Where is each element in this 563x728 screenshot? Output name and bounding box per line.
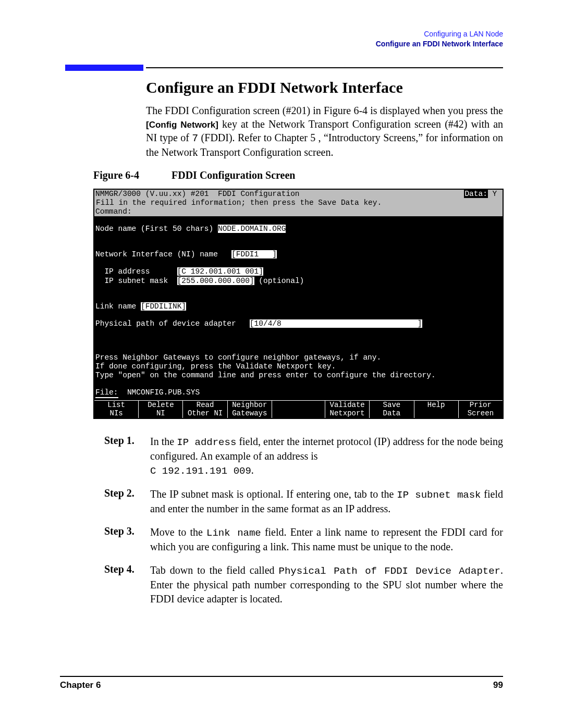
section-rule <box>146 67 503 68</box>
fkey-save-data[interactable]: SaveData <box>370 401 414 418</box>
step-body: Move to the Link name field. Enter a lin… <box>150 525 503 554</box>
step-item: Step 2.The IP subnet mask is optional. I… <box>104 487 503 516</box>
page-footer: Chapter 6 99 <box>60 676 503 690</box>
figure-caption: Figure 6-4FDDI Configuration Screen <box>93 169 503 181</box>
step-label: Step 3. <box>104 525 150 554</box>
hint-line-3: Type "open" on the command line and pres… <box>94 371 503 380</box>
fkey-gap <box>272 401 325 418</box>
command-line[interactable]: Command: <box>94 207 503 216</box>
ip-address-field[interactable]: IP address [C 192.001.001 001] <box>94 267 503 276</box>
fkey-list-nis[interactable]: ListNIs <box>94 401 139 418</box>
fkey-validate-netxport[interactable]: ValidateNetxport <box>325 401 370 418</box>
footer-page-number: 99 <box>493 680 503 690</box>
fkey-read-other-ni[interactable]: ReadOther NI <box>183 401 227 418</box>
function-key-row: ListNIs DeleteNI ReadOther NI NeighborGa… <box>94 400 503 418</box>
config-network-key: [Config Network] <box>146 120 218 130</box>
link-name-field[interactable]: Link name [FDDILINK] <box>94 302 503 311</box>
ni-name-field[interactable]: Network Interface (NI) name [FDDI1 ] <box>94 250 503 259</box>
fkey-prior-screen[interactable]: PriorScreen <box>459 401 503 418</box>
step-item: Step 4.Tab down to the field called Phys… <box>104 563 503 606</box>
intro-paragraph: The FDDI Configuration screen (#201) in … <box>146 104 503 159</box>
hint-line-2: If done configuring, press the Validate … <box>94 362 503 371</box>
ip-subnet-mask-field[interactable]: IP subnet mask [255.000.000.000] (option… <box>94 277 503 286</box>
step-body: The IP subnet mask is optional. If enter… <box>150 487 503 516</box>
file-line: File: NMCONFIG.PUB.SYS <box>94 388 503 398</box>
hint-line-1: Press Neighbor Gateways to configure nei… <box>94 353 503 362</box>
step-item: Step 1.In the IP address field, enter th… <box>104 435 503 478</box>
figure-number: Figure 6-4 <box>93 169 172 181</box>
terminal-screenshot: NMMGR/3000 (V.uu.xx) #201 FDDI Configura… <box>93 189 504 419</box>
node-name-field[interactable]: Node name (First 50 chars) NODE.DOMAIN.O… <box>94 225 503 233</box>
step-label: Step 2. <box>104 487 150 516</box>
fkey-delete-ni[interactable]: DeleteNI <box>139 401 183 418</box>
fkey-help[interactable]: Help <box>414 401 459 418</box>
terminal-titlebar: NMMGR/3000 (V.uu.xx) #201 FDDI Configura… <box>94 190 503 199</box>
header-section: Configure an FDDI Network Interface <box>60 39 503 49</box>
step-label: Step 1. <box>104 435 150 478</box>
footer-chapter: Chapter 6 <box>60 680 101 690</box>
section-accent-bar <box>65 65 143 71</box>
step-body: Tab down to the field called Physical Pa… <box>150 563 503 606</box>
step-item: Step 3.Move to the Link name field. Ente… <box>104 525 503 554</box>
figure-title: FDDI Configuration Screen <box>172 169 295 181</box>
physical-path-field[interactable]: Physical path of device adapter [10/4/8 … <box>94 319 503 328</box>
page-title: Configure an FDDI Network Interface <box>146 79 503 96</box>
step-body: In the IP address field, enter the inter… <box>150 435 503 478</box>
steps-list: Step 1.In the IP address field, enter th… <box>104 435 503 606</box>
step-label: Step 4. <box>104 563 150 606</box>
terminal-instruction: Fill in the required information; then p… <box>94 199 503 207</box>
page-header: Configuring a LAN Node Configure an FDDI… <box>60 29 503 49</box>
fkey-neighbor-gateways[interactable]: NeighborGateways <box>228 401 272 418</box>
header-chapter: Configuring a LAN Node <box>60 29 503 39</box>
